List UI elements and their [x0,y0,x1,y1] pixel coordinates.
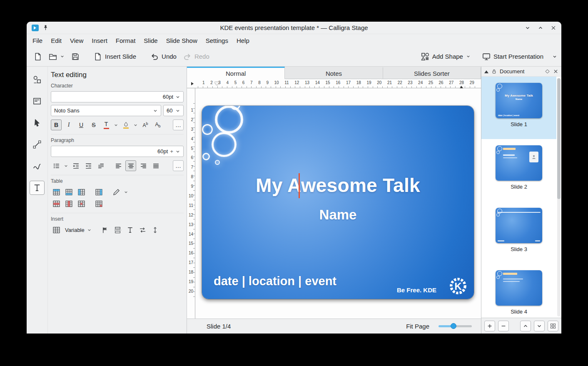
slide-footer-textbox[interactable]: date | location | event [214,274,336,288]
shade-window-icon[interactable] [525,25,531,31]
slide-thumbnail-item-2[interactable]: Slide 2 [481,139,556,202]
insert-column-left-button[interactable] [76,187,87,197]
delete-slide-button[interactable] [498,321,509,331]
start-presentation-button[interactable]: Start Presentation [479,50,546,63]
titlebar[interactable]: KDE events presentation template * — Cal… [27,22,561,34]
text-tool-button[interactable] [30,181,45,195]
vertical-ruler[interactable]: 1234567891011121314151617181920 [187,88,195,319]
scrollbar-thumb[interactable] [557,78,561,199]
tab-notes[interactable]: Notes [285,67,383,79]
close-docker-icon[interactable] [553,69,558,74]
slide-thumbnail-item-3[interactable]: Slide 3 [481,202,556,264]
undo-button[interactable]: Undo [147,50,179,63]
slide-thumbnail-item-1[interactable]: My Awesome Talk Name date | location | e… [481,77,556,139]
add-slide-button[interactable] [484,321,495,331]
increase-indent-button[interactable] [83,160,94,171]
menu-item[interactable]: Settings [202,35,232,46]
close-window-icon[interactable] [551,25,556,31]
collapse-docker-icon[interactable] [484,68,488,73]
page-break-button[interactable] [112,224,123,235]
slide-layout-tool-button[interactable] [30,94,45,108]
slide-1-thumbnail[interactable]: My Awesome Talk Name date | location | e… [496,83,542,118]
slide-4-thumbnail[interactable] [496,270,542,306]
split-cells-button[interactable] [93,198,104,209]
save-button[interactable] [68,50,82,63]
align-justify-button[interactable] [150,160,161,171]
insert-table-button[interactable] [51,224,62,235]
shapes-tool-button[interactable] [30,72,45,87]
slide-3-thumbnail[interactable] [496,208,542,243]
character-style-combo[interactable]: 60pt [51,91,184,102]
redo-button[interactable]: Redo [180,50,212,63]
variable-dropdown[interactable]: Variable [63,224,93,235]
more-paragraph-options-button[interactable]: … [173,160,184,171]
text-color-button[interactable]: T [101,120,112,130]
menu-item[interactable]: View [66,35,87,46]
decrease-indent-button[interactable] [70,160,81,171]
merge-cells-button[interactable] [76,198,87,209]
open-document-button[interactable] [46,50,67,63]
selection-tool-button[interactable] [30,116,45,130]
align-left-button[interactable] [113,160,124,171]
menu-item[interactable]: File [28,35,47,46]
slide-2-thumbnail[interactable] [496,145,542,181]
superscript-button[interactable]: Ab [140,120,151,130]
freehand-tool-button[interactable] [30,159,45,173]
zoom-slider-handle[interactable] [451,323,456,329]
add-shape-button[interactable]: Add Shape [418,50,473,63]
insert-text-frame-button[interactable] [125,224,136,235]
slide-subtitle-textbox[interactable]: Name [202,207,474,223]
tab-slides-sorter[interactable]: Slides Sorter [383,67,481,79]
paragraph-spacing-combo[interactable]: 60pt + [51,146,184,157]
underline-button[interactable]: U [76,120,87,130]
menu-item[interactable]: Format [112,35,140,46]
subscript-button[interactable]: Ab [152,120,163,130]
spacing-increase-button[interactable]: + [170,148,173,154]
slide-canvas[interactable]: My Awesome Talk Name date | location | e… [195,88,481,319]
menu-item[interactable]: Edit [47,35,66,46]
align-right-button[interactable] [138,160,149,171]
maximize-window-icon[interactable] [538,25,543,31]
slide-title-textbox[interactable]: My Awesome Talk [202,174,474,197]
slides-overview-button[interactable] [548,321,558,331]
bookmark-button[interactable] [100,224,111,235]
table-border-menu-button[interactable] [123,187,129,197]
slide-thumbnail-item-4[interactable]: Slide 4 [481,264,556,318]
insert-column-right-button[interactable] [93,187,104,197]
zoom-slider[interactable] [439,325,472,327]
toolbar-overflow-button[interactable] [552,54,557,59]
new-document-button[interactable] [31,50,45,63]
delete-row-button[interactable] [51,198,62,209]
list-format-menu-button[interactable] [63,160,69,171]
thumbnail-scrollbar[interactable] [557,78,561,316]
move-slide-down-button[interactable] [534,321,545,331]
list-format-button[interactable] [51,160,62,171]
bold-button[interactable]: B [51,120,62,130]
italic-button[interactable]: I [63,120,74,130]
menu-item[interactable]: Help [232,35,254,46]
connector-tool-button[interactable] [30,137,45,152]
strikethrough-button[interactable]: S [88,120,99,130]
tab-normal[interactable]: Normal [187,67,285,79]
move-slide-up-button[interactable] [520,321,531,331]
zoom-mode-label[interactable]: Fit Page [406,323,429,330]
resize-text-button[interactable] [150,224,161,235]
table-border-pen-button[interactable] [111,187,122,197]
menu-item[interactable]: Slide Show [162,35,202,46]
first-line-indent-button[interactable] [95,160,106,171]
insert-row-above-button[interactable] [51,187,62,197]
lock-icon[interactable] [491,69,497,74]
horizontal-ruler[interactable]: 1234567891011121314151617181920212223242… [187,79,481,88]
menu-item[interactable]: Insert [87,35,112,46]
align-center-button[interactable] [125,160,136,171]
menu-item[interactable]: Slide [140,35,162,46]
swap-direction-button[interactable] [137,224,148,235]
font-family-combo[interactable]: Noto Sans [51,105,161,116]
more-character-options-button[interactable]: … [173,120,184,130]
float-docker-icon[interactable] [545,69,550,74]
chevron-down-icon[interactable] [60,54,65,59]
highlight-color-button[interactable] [120,120,131,130]
highlight-color-menu-button[interactable] [133,120,138,130]
font-size-combo[interactable]: 60 [163,105,184,116]
insert-row-below-button[interactable] [63,187,74,197]
